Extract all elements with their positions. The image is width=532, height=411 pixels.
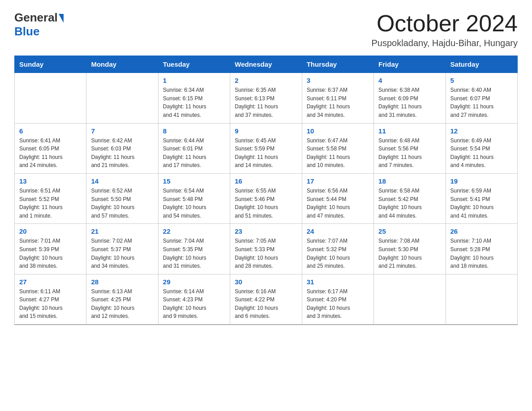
day-info: Sunrise: 7:02 AM Sunset: 5:37 PM Dayligh… [91,237,153,270]
calendar-day-cell: 20Sunrise: 7:01 AM Sunset: 5:39 PM Dayli… [15,224,86,274]
calendar-day-cell: 8Sunrise: 6:44 AM Sunset: 6:01 PM Daylig… [158,123,230,173]
day-info: Sunrise: 6:14 AM Sunset: 4:23 PM Dayligh… [163,287,225,321]
calendar-day-cell: 10Sunrise: 6:47 AM Sunset: 5:58 PM Dayli… [302,123,373,173]
calendar-week-row: 20Sunrise: 7:01 AM Sunset: 5:39 PM Dayli… [15,224,518,274]
day-info: Sunrise: 6:16 AM Sunset: 4:22 PM Dayligh… [235,287,297,321]
calendar-day-cell: 12Sunrise: 6:49 AM Sunset: 5:54 PM Dayli… [446,123,517,173]
day-info: Sunrise: 6:47 AM Sunset: 5:58 PM Dayligh… [307,137,369,170]
day-info: Sunrise: 7:01 AM Sunset: 5:39 PM Dayligh… [19,237,82,270]
day-number: 5 [450,77,513,84]
day-info: Sunrise: 6:45 AM Sunset: 5:59 PM Dayligh… [235,137,297,170]
calendar-day-cell: 5Sunrise: 6:40 AM Sunset: 6:07 PM Daylig… [446,73,517,123]
day-number: 20 [19,227,82,235]
day-number: 15 [163,177,225,185]
month-title: October 2024 [372,11,518,36]
calendar-day-cell: 4Sunrise: 6:38 AM Sunset: 6:09 PM Daylig… [374,73,446,123]
calendar-day-cell [15,73,86,123]
day-number: 10 [307,127,369,135]
day-number: 23 [235,227,297,235]
calendar-day-cell: 3Sunrise: 6:37 AM Sunset: 6:11 PM Daylig… [302,73,373,123]
page-header: General Blue October 2024 Puspokladany, … [14,11,518,48]
calendar-day-cell: 6Sunrise: 6:41 AM Sunset: 6:05 PM Daylig… [15,123,86,173]
day-info: Sunrise: 7:08 AM Sunset: 5:30 PM Dayligh… [378,237,441,270]
day-number: 29 [163,278,225,286]
day-info: Sunrise: 6:13 AM Sunset: 4:25 PM Dayligh… [91,287,153,321]
day-info: Sunrise: 6:56 AM Sunset: 5:44 PM Dayligh… [307,187,369,220]
day-number: 17 [307,177,369,185]
calendar-day-cell: 16Sunrise: 6:55 AM Sunset: 5:46 PM Dayli… [230,173,302,223]
day-info: Sunrise: 6:40 AM Sunset: 6:07 PM Dayligh… [450,86,513,119]
weekday-header-wednesday: Wednesday [230,56,302,73]
day-number: 9 [235,127,297,135]
day-number: 22 [163,227,225,235]
day-number: 21 [91,227,153,235]
day-number: 12 [450,127,513,135]
calendar-day-cell [86,73,158,123]
calendar-day-cell: 9Sunrise: 6:45 AM Sunset: 5:59 PM Daylig… [230,123,302,173]
calendar-day-cell: 2Sunrise: 6:35 AM Sunset: 6:13 PM Daylig… [230,73,302,123]
weekday-header-monday: Monday [86,56,158,73]
day-number: 27 [19,278,82,286]
calendar-day-cell: 11Sunrise: 6:48 AM Sunset: 5:56 PM Dayli… [374,123,446,173]
location-text: Puspokladany, Hajdu-Bihar, Hungary [372,38,518,48]
day-number: 2 [235,77,297,84]
calendar-day-cell: 25Sunrise: 7:08 AM Sunset: 5:30 PM Dayli… [374,224,446,274]
weekday-header-row: SundayMondayTuesdayWednesdayThursdayFrid… [15,56,518,73]
calendar-day-cell: 23Sunrise: 7:05 AM Sunset: 5:33 PM Dayli… [230,224,302,274]
calendar-day-cell: 31Sunrise: 6:17 AM Sunset: 4:20 PM Dayli… [302,274,373,325]
weekday-header-thursday: Thursday [302,56,373,73]
weekday-header-saturday: Saturday [446,56,517,73]
day-info: Sunrise: 6:11 AM Sunset: 4:27 PM Dayligh… [19,287,82,321]
day-number: 4 [378,77,441,84]
calendar-week-row: 1Sunrise: 6:34 AM Sunset: 6:15 PM Daylig… [15,73,518,123]
calendar-day-cell: 17Sunrise: 6:56 AM Sunset: 5:44 PM Dayli… [302,173,373,223]
day-info: Sunrise: 6:55 AM Sunset: 5:46 PM Dayligh… [235,187,297,220]
day-info: Sunrise: 6:35 AM Sunset: 6:13 PM Dayligh… [235,86,297,119]
calendar-week-row: 6Sunrise: 6:41 AM Sunset: 6:05 PM Daylig… [15,123,518,173]
calendar-day-cell: 18Sunrise: 6:58 AM Sunset: 5:42 PM Dayli… [374,173,446,223]
calendar-table: SundayMondayTuesdayWednesdayThursdayFrid… [14,56,518,325]
day-number: 25 [378,227,441,235]
day-number: 19 [450,177,513,185]
day-number: 16 [235,177,297,185]
day-info: Sunrise: 6:48 AM Sunset: 5:56 PM Dayligh… [378,137,441,170]
day-number: 8 [163,127,225,135]
calendar-day-cell: 21Sunrise: 7:02 AM Sunset: 5:37 PM Dayli… [86,224,158,274]
day-number: 26 [450,227,513,235]
calendar-day-cell: 14Sunrise: 6:52 AM Sunset: 5:50 PM Dayli… [86,173,158,223]
day-number: 30 [235,278,297,286]
day-info: Sunrise: 6:49 AM Sunset: 5:54 PM Dayligh… [450,137,513,170]
day-info: Sunrise: 6:59 AM Sunset: 5:41 PM Dayligh… [450,187,513,220]
day-info: Sunrise: 6:34 AM Sunset: 6:15 PM Dayligh… [163,86,225,119]
day-number: 7 [91,127,153,135]
calendar-day-cell: 7Sunrise: 6:42 AM Sunset: 6:03 PM Daylig… [86,123,158,173]
calendar-day-cell: 29Sunrise: 6:14 AM Sunset: 4:23 PM Dayli… [158,274,230,325]
calendar-day-cell: 19Sunrise: 6:59 AM Sunset: 5:41 PM Dayli… [446,173,517,223]
day-number: 31 [307,278,369,286]
calendar-day-cell [446,274,517,325]
title-block: October 2024 Puspokladany, Hajdu-Bihar, … [372,11,518,48]
calendar-day-cell: 24Sunrise: 7:07 AM Sunset: 5:32 PM Dayli… [302,224,373,274]
calendar-day-cell: 28Sunrise: 6:13 AM Sunset: 4:25 PM Dayli… [86,274,158,325]
day-number: 18 [378,177,441,185]
day-number: 1 [163,77,225,84]
day-info: Sunrise: 6:51 AM Sunset: 5:52 PM Dayligh… [19,187,82,220]
calendar-day-cell: 22Sunrise: 7:04 AM Sunset: 5:35 PM Dayli… [158,224,230,274]
logo: General Blue [14,11,64,39]
day-info: Sunrise: 7:05 AM Sunset: 5:33 PM Dayligh… [235,237,297,270]
calendar-header: SundayMondayTuesdayWednesdayThursdayFrid… [15,56,518,73]
day-info: Sunrise: 6:42 AM Sunset: 6:03 PM Dayligh… [91,137,153,170]
day-number: 28 [91,278,153,286]
calendar-day-cell: 1Sunrise: 6:34 AM Sunset: 6:15 PM Daylig… [158,73,230,123]
day-info: Sunrise: 7:10 AM Sunset: 5:28 PM Dayligh… [450,237,513,270]
day-info: Sunrise: 6:41 AM Sunset: 6:05 PM Dayligh… [19,137,82,170]
day-info: Sunrise: 6:58 AM Sunset: 5:42 PM Dayligh… [378,187,441,220]
calendar-day-cell: 26Sunrise: 7:10 AM Sunset: 5:28 PM Dayli… [446,224,517,274]
day-number: 24 [307,227,369,235]
weekday-header-sunday: Sunday [15,56,86,73]
logo-general-text: General [14,11,58,25]
logo-arrow-icon [59,14,64,23]
weekday-header-tuesday: Tuesday [158,56,230,73]
day-info: Sunrise: 7:07 AM Sunset: 5:32 PM Dayligh… [307,237,369,270]
calendar-day-cell: 13Sunrise: 6:51 AM Sunset: 5:52 PM Dayli… [15,173,86,223]
